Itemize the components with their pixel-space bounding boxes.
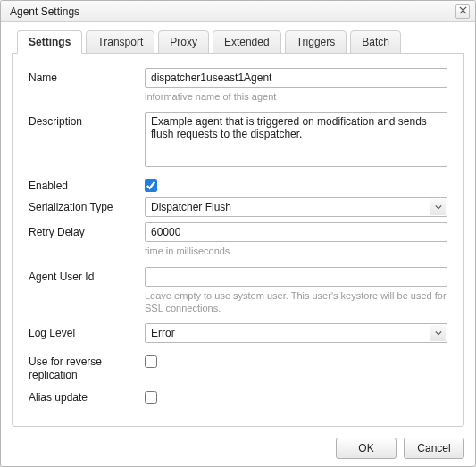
tab-triggers[interactable]: Triggers bbox=[285, 30, 347, 54]
tab-proxy[interactable]: Proxy bbox=[158, 30, 209, 54]
retry-delay-input[interactable] bbox=[145, 222, 447, 242]
cancel-button[interactable]: Cancel bbox=[404, 438, 464, 459]
tab-batch[interactable]: Batch bbox=[350, 30, 401, 54]
serialization-type-select[interactable]: Dispatcher Flush bbox=[145, 197, 447, 217]
name-label: Name bbox=[29, 68, 145, 84]
agent-user-id-label: Agent User Id bbox=[29, 267, 145, 283]
tab-transport[interactable]: Transport bbox=[86, 30, 154, 54]
tabstrip: Settings Transport Proxy Extended Trigge… bbox=[12, 29, 464, 54]
description-label: Description bbox=[29, 112, 145, 128]
tabs-area: Settings Transport Proxy Extended Trigge… bbox=[1, 22, 475, 427]
enabled-checkbox[interactable] bbox=[145, 179, 157, 192]
serialization-type-label: Serialization Type bbox=[29, 197, 145, 213]
titlebar: Agent Settings bbox=[1, 1, 475, 22]
log-level-label: Log Level bbox=[29, 323, 145, 339]
agent-user-id-input[interactable] bbox=[145, 267, 447, 287]
reverse-replication-label: Use for reverse replication bbox=[29, 352, 145, 382]
log-level-select[interactable]: Error bbox=[145, 323, 447, 343]
name-hint: informative name of this agent bbox=[145, 90, 447, 103]
alias-update-checkbox[interactable] bbox=[145, 391, 157, 404]
tabpanel-settings: Name informative name of this agent Desc… bbox=[12, 54, 464, 427]
agent-settings-dialog: Agent Settings Settings Transport Proxy … bbox=[0, 0, 476, 467]
reverse-replication-checkbox[interactable] bbox=[145, 355, 157, 368]
retry-delay-label: Retry Delay bbox=[29, 222, 145, 238]
retry-delay-hint: time in milliseconds bbox=[145, 245, 447, 257]
close-icon bbox=[459, 6, 467, 16]
tab-settings[interactable]: Settings bbox=[17, 30, 82, 54]
ok-button[interactable]: OK bbox=[336, 438, 397, 459]
description-textarea[interactable]: Example agent that is triggered on modif… bbox=[145, 112, 447, 167]
tab-extended[interactable]: Extended bbox=[213, 30, 281, 54]
enabled-label: Enabled bbox=[29, 176, 145, 192]
dialog-title: Agent Settings bbox=[10, 5, 79, 18]
alias-update-label: Alias update bbox=[29, 388, 145, 404]
name-input[interactable] bbox=[145, 68, 447, 88]
close-button[interactable] bbox=[455, 4, 470, 19]
agent-user-id-hint: Leave empty to use system user. This use… bbox=[145, 289, 447, 315]
button-row: OK Cancel bbox=[336, 438, 464, 459]
